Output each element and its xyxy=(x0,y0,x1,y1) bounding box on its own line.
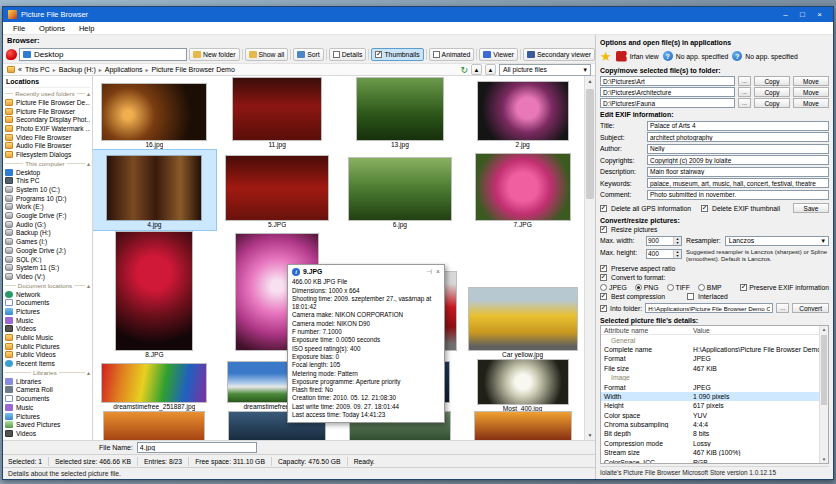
thumbnail-image[interactable] xyxy=(469,288,577,350)
thumbnail-cell[interactable]: 2.jpg xyxy=(461,78,584,150)
max-height-stepper[interactable]: ▲▼ xyxy=(646,249,682,259)
thumbnail-cell[interactable]: 8.JPG xyxy=(93,230,216,360)
sidebar-section-header[interactable]: Document locations▴ xyxy=(5,281,90,290)
scroll-up-icon[interactable]: ▲ xyxy=(585,78,595,84)
thumbnail-cell[interactable]: 4.jpg xyxy=(93,150,216,230)
sidebar-item-system-11-s-[interactable]: System 11 (S:) xyxy=(5,263,90,272)
move-button[interactable]: Move xyxy=(793,98,829,108)
vertical-scrollbar[interactable]: ▲ ▼ xyxy=(584,76,595,440)
collapse-arrow-icon[interactable]: ▴ xyxy=(87,282,90,289)
scroll-up-icon[interactable]: ▲ xyxy=(820,327,828,332)
convert-button[interactable]: Convert xyxy=(792,303,829,313)
delete-thumbnail-checkbox[interactable] xyxy=(701,205,708,212)
open-app-button[interactable]: ★ xyxy=(600,50,612,63)
details-row[interactable]: File size467 KiB xyxy=(601,364,819,373)
sidebar-item-backup-h-[interactable]: Backup (H:) xyxy=(5,229,90,238)
details-row[interactable]: FormatJPEG xyxy=(601,382,819,391)
thumbnail-image[interactable] xyxy=(116,232,192,350)
save-button[interactable]: Save xyxy=(793,203,829,213)
sidebar-item-work-e-[interactable]: Work (E:) xyxy=(5,203,90,212)
thumbnail-image[interactable] xyxy=(349,158,451,220)
sidebar-item-video-v-[interactable]: Video (V:) xyxy=(5,272,90,281)
details-row[interactable]: Stream size467 KiB (100%) xyxy=(601,448,819,457)
exif-description-input[interactable] xyxy=(647,167,829,177)
thumbnail-cell[interactable]: Most_400.jpg xyxy=(461,360,584,412)
menu-item-help[interactable]: Help xyxy=(72,24,101,33)
menu-item-options[interactable]: Options xyxy=(32,24,72,33)
copy-path-input[interactable] xyxy=(600,87,735,97)
details-row[interactable]: Bit depth8 bits xyxy=(601,429,819,438)
format-option-png[interactable]: PNG xyxy=(635,284,659,291)
copy-path-input[interactable] xyxy=(600,76,735,86)
filename-input[interactable] xyxy=(137,442,257,453)
scroll-down-icon[interactable]: ▼ xyxy=(820,457,828,462)
sidebar-item-music[interactable]: Music xyxy=(5,403,90,412)
details-button[interactable]: Details xyxy=(329,48,367,61)
copy-path-input[interactable] xyxy=(600,98,735,108)
sidebar-item-sql-k-[interactable]: SQL (K:) xyxy=(5,255,90,264)
convert-format-checkbox[interactable] xyxy=(600,274,607,281)
address-bar[interactable]: Desktop xyxy=(19,48,187,61)
maximize-button[interactable]: □ xyxy=(794,10,811,19)
thumbnail-cell[interactable]: 13.jpg xyxy=(339,78,462,150)
exif-title-input[interactable] xyxy=(647,121,829,131)
sidebar-item-audio-file-browser[interactable]: Audio File Browser xyxy=(5,141,90,150)
sidebar-section-header[interactable]: This computer▴ xyxy=(5,159,90,168)
preserve-exif-option[interactable]: Preserve EXIF information xyxy=(740,284,829,291)
exif-comment-input[interactable] xyxy=(647,190,829,200)
format-option-jpeg[interactable]: JPEG xyxy=(600,284,627,291)
sidebar-item-public-music[interactable]: Public Music xyxy=(5,333,90,342)
thumbnail-cell[interactable] xyxy=(461,412,584,440)
sidebar-item-documents[interactable]: Documents xyxy=(5,298,90,307)
thumbnail-image[interactable] xyxy=(102,364,206,402)
animated-button[interactable]: Animated xyxy=(429,48,475,61)
sidebar-item-public-pictures[interactable]: Public Pictures xyxy=(5,342,90,351)
sidebar-item-pictures[interactable]: Pictures xyxy=(5,307,90,316)
show-all-button[interactable]: Show all xyxy=(245,48,289,61)
breadcrumb-item[interactable]: Picture File Browser Demo xyxy=(152,66,235,73)
viewer-button[interactable]: Viewer xyxy=(479,48,518,61)
into-folder-input[interactable] xyxy=(645,303,773,313)
stepper-arrows-icon[interactable]: ▲▼ xyxy=(673,250,681,258)
sidebar-section-header[interactable]: Libraries▴ xyxy=(5,368,90,377)
max-width-input[interactable] xyxy=(647,237,673,245)
minimize-button[interactable]: – xyxy=(777,10,794,19)
new-folder-button[interactable]: New folder xyxy=(189,48,240,61)
thumbnail-cell[interactable]: 11.jpg xyxy=(216,78,339,150)
pin-icon[interactable]: ⊣ xyxy=(426,268,432,276)
thumbnail-cell[interactable]: 5.JPG xyxy=(216,150,339,230)
thumbnail-image[interactable] xyxy=(475,412,571,440)
scrollbar-thumb[interactable] xyxy=(821,335,827,405)
resampler-select[interactable]: Lanczos ▾ xyxy=(725,236,829,246)
thumbnail-image[interactable] xyxy=(107,156,201,220)
breadcrumb-item[interactable]: This PC xyxy=(25,66,50,73)
thumbnail-image[interactable] xyxy=(357,78,443,140)
sidebar-item-documents[interactable]: Documents xyxy=(5,394,90,403)
sidebar-item-this-pc[interactable]: This PC xyxy=(5,177,90,186)
exif-keywords-input[interactable] xyxy=(647,178,829,188)
thumbnail-image[interactable] xyxy=(478,360,568,404)
sidebar-item-google-drive-j-[interactable]: Google Drive (J:) xyxy=(5,246,90,255)
details-row[interactable]: Height617 pixels xyxy=(601,401,819,410)
radio-icon[interactable] xyxy=(600,284,607,291)
browse-button[interactable]: ... xyxy=(738,87,751,97)
sidebar-item-secondary-display-phot-[interactable]: Secondary Display Phot... xyxy=(5,115,90,124)
details-row[interactable]: Complete nameH:\Applications\Picture Fil… xyxy=(601,345,819,354)
exif-author-input[interactable] xyxy=(647,144,829,154)
preserve-aspect-checkbox[interactable] xyxy=(600,265,607,272)
copy-button[interactable]: Copy xyxy=(754,98,790,108)
radio-icon[interactable] xyxy=(698,284,705,291)
details-scrollbar[interactable]: ▲ ▼ xyxy=(819,326,828,463)
thumbnail-cell[interactable]: 16.jpg xyxy=(93,78,216,150)
sidebar-item-photo-exif-watermark-[interactable]: Photo EXIF Watermark ... xyxy=(5,124,90,133)
sort-button[interactable]: Sort xyxy=(293,48,323,61)
move-button[interactable]: Move xyxy=(793,87,829,97)
details-row[interactable]: General xyxy=(601,335,819,344)
browse-folder-button[interactable]: ... xyxy=(776,303,789,313)
format-option-bmp[interactable]: BMP xyxy=(698,284,722,291)
move-button[interactable]: Move xyxy=(793,76,829,86)
delete-gps-checkbox[interactable] xyxy=(600,205,607,212)
sidebar-item-programs-10-d-[interactable]: Programs 10 (D:) xyxy=(5,194,90,203)
open-app-button[interactable]: ?No app. specified xyxy=(663,51,729,61)
exif-copyrights-input[interactable] xyxy=(647,155,829,165)
